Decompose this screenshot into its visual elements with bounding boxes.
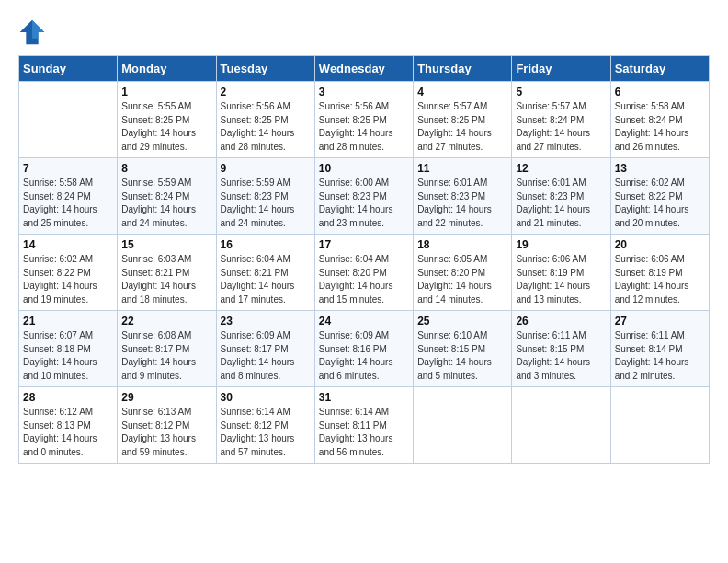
day-number: 29 xyxy=(121,391,211,404)
day-cell: 18Sunrise: 6:05 AM Sunset: 8:20 PM Dayli… xyxy=(414,235,512,311)
week-row-4: 21Sunrise: 6:07 AM Sunset: 8:18 PM Dayli… xyxy=(19,311,710,387)
day-info: Sunrise: 6:05 AM Sunset: 8:20 PM Dayligh… xyxy=(417,253,507,306)
logo xyxy=(18,18,50,46)
day-number: 18 xyxy=(417,238,507,251)
day-number: 31 xyxy=(319,391,409,404)
day-cell: 24Sunrise: 6:09 AM Sunset: 8:16 PM Dayli… xyxy=(314,311,413,387)
day-number: 15 xyxy=(121,238,211,251)
day-info: Sunrise: 6:00 AM Sunset: 8:23 PM Dayligh… xyxy=(319,177,409,230)
day-number: 6 xyxy=(615,86,705,98)
col-header-saturday: Saturday xyxy=(610,56,709,82)
day-cell: 8Sunrise: 5:59 AM Sunset: 8:24 PM Daylig… xyxy=(118,158,216,235)
day-cell: 30Sunrise: 6:14 AM Sunset: 8:12 PM Dayli… xyxy=(216,387,314,464)
day-info: Sunrise: 6:11 AM Sunset: 8:15 PM Dayligh… xyxy=(516,329,606,383)
col-header-wednesday: Wednesday xyxy=(314,56,413,82)
day-number: 1 xyxy=(121,86,211,98)
day-info: Sunrise: 6:04 AM Sunset: 8:20 PM Dayligh… xyxy=(319,253,409,306)
day-info: Sunrise: 5:57 AM Sunset: 8:24 PM Dayligh… xyxy=(516,100,606,154)
day-cell: 12Sunrise: 6:01 AM Sunset: 8:23 PM Dayli… xyxy=(512,158,610,235)
day-cell: 15Sunrise: 6:03 AM Sunset: 8:21 PM Dayli… xyxy=(118,235,216,311)
day-number: 27 xyxy=(615,315,705,327)
day-info: Sunrise: 6:08 AM Sunset: 8:17 PM Dayligh… xyxy=(121,329,211,383)
day-info: Sunrise: 6:07 AM Sunset: 8:18 PM Dayligh… xyxy=(23,329,113,383)
day-cell: 11Sunrise: 6:01 AM Sunset: 8:23 PM Dayli… xyxy=(414,158,512,235)
day-info: Sunrise: 5:56 AM Sunset: 8:25 PM Dayligh… xyxy=(319,100,409,154)
day-info: Sunrise: 5:55 AM Sunset: 8:25 PM Dayligh… xyxy=(121,100,211,154)
day-cell: 14Sunrise: 6:02 AM Sunset: 8:22 PM Dayli… xyxy=(19,235,118,311)
day-cell xyxy=(414,387,512,464)
day-info: Sunrise: 6:12 AM Sunset: 8:13 PM Dayligh… xyxy=(23,406,113,459)
day-info: Sunrise: 6:02 AM Sunset: 8:22 PM Dayligh… xyxy=(23,253,113,306)
col-header-monday: Monday xyxy=(118,56,216,82)
day-number: 9 xyxy=(221,162,311,175)
day-cell: 20Sunrise: 6:06 AM Sunset: 8:19 PM Dayli… xyxy=(610,235,709,311)
day-cell: 22Sunrise: 6:08 AM Sunset: 8:17 PM Dayli… xyxy=(118,311,216,387)
day-cell xyxy=(610,387,709,464)
day-cell: 31Sunrise: 6:14 AM Sunset: 8:11 PM Dayli… xyxy=(314,387,413,464)
day-info: Sunrise: 6:04 AM Sunset: 8:21 PM Dayligh… xyxy=(221,253,311,306)
day-number: 23 xyxy=(221,315,311,327)
day-number: 7 xyxy=(23,162,113,175)
day-number: 24 xyxy=(319,315,409,327)
week-row-2: 7Sunrise: 5:58 AM Sunset: 8:24 PM Daylig… xyxy=(19,158,710,235)
day-info: Sunrise: 5:57 AM Sunset: 8:25 PM Dayligh… xyxy=(417,100,507,154)
day-info: Sunrise: 6:09 AM Sunset: 8:17 PM Dayligh… xyxy=(221,329,311,383)
day-info: Sunrise: 6:06 AM Sunset: 8:19 PM Dayligh… xyxy=(516,253,606,306)
header-row: SundayMondayTuesdayWednesdayThursdayFrid… xyxy=(19,56,710,82)
day-info: Sunrise: 5:59 AM Sunset: 8:23 PM Dayligh… xyxy=(221,177,311,230)
day-number: 19 xyxy=(516,238,606,251)
day-info: Sunrise: 6:10 AM Sunset: 8:15 PM Dayligh… xyxy=(417,329,507,383)
day-cell: 4Sunrise: 5:57 AM Sunset: 8:25 PM Daylig… xyxy=(414,82,512,158)
day-cell: 23Sunrise: 6:09 AM Sunset: 8:17 PM Dayli… xyxy=(216,311,314,387)
day-info: Sunrise: 6:01 AM Sunset: 8:23 PM Dayligh… xyxy=(516,177,606,230)
day-number: 17 xyxy=(319,238,409,251)
day-number: 10 xyxy=(319,162,409,175)
day-info: Sunrise: 5:58 AM Sunset: 8:24 PM Dayligh… xyxy=(615,100,705,154)
day-cell: 27Sunrise: 6:11 AM Sunset: 8:14 PM Dayli… xyxy=(610,311,709,387)
page-header xyxy=(18,18,710,46)
day-cell: 25Sunrise: 6:10 AM Sunset: 8:15 PM Dayli… xyxy=(414,311,512,387)
day-cell: 17Sunrise: 6:04 AM Sunset: 8:20 PM Dayli… xyxy=(314,235,413,311)
logo-icon xyxy=(18,18,46,46)
day-cell xyxy=(512,387,610,464)
day-info: Sunrise: 6:13 AM Sunset: 8:12 PM Dayligh… xyxy=(121,406,211,459)
day-info: Sunrise: 6:14 AM Sunset: 8:12 PM Dayligh… xyxy=(221,406,311,459)
day-info: Sunrise: 5:59 AM Sunset: 8:24 PM Dayligh… xyxy=(121,177,211,230)
day-number: 12 xyxy=(516,162,606,175)
calendar-table: SundayMondayTuesdayWednesdayThursdayFrid… xyxy=(18,55,710,464)
day-cell: 19Sunrise: 6:06 AM Sunset: 8:19 PM Dayli… xyxy=(512,235,610,311)
day-cell: 9Sunrise: 5:59 AM Sunset: 8:23 PM Daylig… xyxy=(216,158,314,235)
day-number: 5 xyxy=(516,86,606,98)
day-number: 14 xyxy=(23,238,113,251)
day-number: 26 xyxy=(516,315,606,327)
day-number: 11 xyxy=(417,162,507,175)
day-info: Sunrise: 6:02 AM Sunset: 8:22 PM Dayligh… xyxy=(615,177,705,230)
day-cell: 16Sunrise: 6:04 AM Sunset: 8:21 PM Dayli… xyxy=(216,235,314,311)
day-number: 8 xyxy=(121,162,211,175)
day-number: 13 xyxy=(615,162,705,175)
day-cell: 29Sunrise: 6:13 AM Sunset: 8:12 PM Dayli… xyxy=(118,387,216,464)
day-number: 28 xyxy=(23,391,113,404)
week-row-5: 28Sunrise: 6:12 AM Sunset: 8:13 PM Dayli… xyxy=(19,387,710,464)
day-number: 4 xyxy=(417,86,507,98)
day-number: 21 xyxy=(23,315,113,327)
day-info: Sunrise: 5:56 AM Sunset: 8:25 PM Dayligh… xyxy=(221,100,311,154)
col-header-thursday: Thursday xyxy=(414,56,512,82)
day-number: 22 xyxy=(121,315,211,327)
day-number: 20 xyxy=(615,238,705,251)
day-cell: 10Sunrise: 6:00 AM Sunset: 8:23 PM Dayli… xyxy=(314,158,413,235)
day-cell: 2Sunrise: 5:56 AM Sunset: 8:25 PM Daylig… xyxy=(216,82,314,158)
day-number: 3 xyxy=(319,86,409,98)
day-info: Sunrise: 6:06 AM Sunset: 8:19 PM Dayligh… xyxy=(615,253,705,306)
day-info: Sunrise: 6:01 AM Sunset: 8:23 PM Dayligh… xyxy=(417,177,507,230)
week-row-1: 1Sunrise: 5:55 AM Sunset: 8:25 PM Daylig… xyxy=(19,82,710,158)
day-number: 16 xyxy=(221,238,311,251)
day-info: Sunrise: 6:11 AM Sunset: 8:14 PM Dayligh… xyxy=(615,329,705,383)
day-cell: 6Sunrise: 5:58 AM Sunset: 8:24 PM Daylig… xyxy=(610,82,709,158)
day-cell: 28Sunrise: 6:12 AM Sunset: 8:13 PM Dayli… xyxy=(19,387,118,464)
day-info: Sunrise: 6:03 AM Sunset: 8:21 PM Dayligh… xyxy=(121,253,211,306)
day-info: Sunrise: 6:14 AM Sunset: 8:11 PM Dayligh… xyxy=(319,406,409,459)
day-cell: 1Sunrise: 5:55 AM Sunset: 8:25 PM Daylig… xyxy=(118,82,216,158)
col-header-friday: Friday xyxy=(512,56,610,82)
day-cell: 13Sunrise: 6:02 AM Sunset: 8:22 PM Dayli… xyxy=(610,158,709,235)
